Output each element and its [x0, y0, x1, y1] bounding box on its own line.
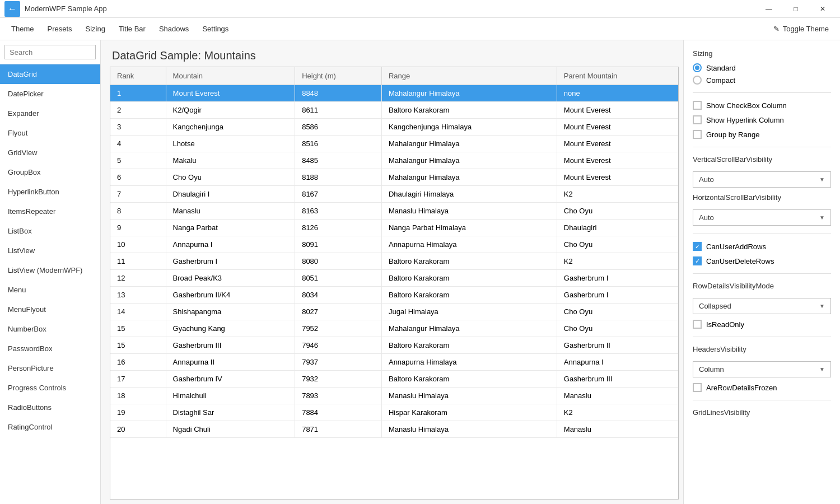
- table-row[interactable]: 12Broad Peak/K38051Baltoro KarakoramGash…: [110, 270, 678, 287]
- datagrid-table: Rank Mountain Height (m) Range Parent Mo…: [110, 67, 678, 438]
- vertical-scroll-dropdown[interactable]: Auto ▼: [693, 171, 831, 188]
- checkbox-group-by-range[interactable]: Group by Range: [693, 130, 831, 139]
- checkbox-can-user-add-rows[interactable]: CanUserAddRows: [693, 242, 831, 251]
- sidebar-item-itemsrepeater[interactable]: ItemsRepeater: [0, 202, 100, 221]
- table-row[interactable]: 10Annapurna I8091Annapurna HimalayaCho O…: [110, 236, 678, 253]
- table-row[interactable]: 9Nanga Parbat8126Nanga Parbat HimalayaDh…: [110, 220, 678, 236]
- headers-visibility-value: Column: [699, 365, 724, 374]
- sidebar-item-listview-modernwpf[interactable]: ListView (ModernWPF): [0, 260, 100, 280]
- table-row[interactable]: 4Lhotse8516Mahalangur HimalayaMount Ever…: [110, 136, 678, 152]
- cell-parent: none: [557, 85, 678, 102]
- minimize-button[interactable]: —: [756, 0, 782, 18]
- cell-rank: 13: [110, 287, 166, 304]
- table-row[interactable]: 15Gyachung Kang7952Mahalangur HimalayaCh…: [110, 320, 678, 337]
- sidebar-item-menuflyout[interactable]: MenuFlyout: [0, 300, 100, 319]
- divider-4: [693, 273, 831, 274]
- cell-mountain: Ngadi Chuli: [166, 421, 295, 438]
- cell-mountain: Mount Everest: [166, 85, 295, 102]
- checkbox-show-hyperlink-col[interactable]: Show Hyperlink Column: [693, 115, 831, 124]
- sizing-radio-group: Standard Compact: [693, 63, 831, 85]
- cell-height: 7884: [295, 404, 382, 421]
- sidebar-item-listbox[interactable]: ListBox: [0, 221, 100, 241]
- table-row[interactable]: 8Manaslu8163Manaslu HimalayaCho Oyu: [110, 203, 678, 220]
- table-row[interactable]: 7Dhaulagiri I8167Dhaulagiri HimalayaK2: [110, 186, 678, 203]
- cell-parent: Gasherbrum II: [557, 337, 678, 354]
- checkbox-can-user-delete-rows[interactable]: CanUserDeleteRows: [693, 256, 831, 265]
- checkbox-show-checkbox-col[interactable]: Show CheckBox Column: [693, 101, 831, 110]
- sidebar-item-gridview[interactable]: GridView: [0, 143, 100, 162]
- table-row[interactable]: 3Kangchenjunga8586Kangchenjunga Himalaya…: [110, 119, 678, 136]
- headers-visibility-dropdown[interactable]: Column ▼: [693, 361, 831, 377]
- show-hyperlink-col-label: Show Hyperlink Column: [706, 116, 784, 124]
- sidebar-item-groupbox[interactable]: GroupBox: [0, 162, 100, 182]
- col-height[interactable]: Height (m): [295, 67, 382, 85]
- col-parent[interactable]: Parent Mountain: [557, 67, 678, 85]
- search-box[interactable]: 🔍: [4, 45, 96, 59]
- menu-theme[interactable]: Theme: [4, 21, 40, 36]
- col-range[interactable]: Range: [381, 67, 557, 85]
- row-details-dropdown[interactable]: Collapsed ▼: [693, 298, 831, 314]
- sidebar-item-expander[interactable]: Expander: [0, 104, 100, 123]
- sidebar-item-progress-controls[interactable]: Progress Controls: [0, 378, 100, 398]
- cell-parent: Annapurna I: [557, 354, 678, 371]
- cell-parent: K2: [557, 186, 678, 203]
- table-row[interactable]: 17Gasherbrum IV7932Baltoro KarakoramGash…: [110, 371, 678, 388]
- cell-parent: Dhaulagiri: [557, 220, 678, 236]
- sidebar-item-menu[interactable]: Menu: [0, 280, 100, 300]
- sidebar-item-datepicker[interactable]: DatePicker: [0, 84, 100, 104]
- sidebar-item-numberbox[interactable]: NumberBox: [0, 319, 100, 339]
- menu-presets[interactable]: Presets: [40, 21, 78, 36]
- close-button[interactable]: ✕: [810, 0, 836, 18]
- toggle-theme-button[interactable]: ✎ Toggle Theme: [767, 21, 836, 36]
- cell-height: 8080: [295, 253, 382, 270]
- sidebar-item-listview[interactable]: ListView: [0, 241, 100, 260]
- sidebar-item-passwordbox[interactable]: PasswordBox: [0, 339, 100, 358]
- table-row[interactable]: 20Ngadi Chuli7871Manaslu HimalayaManaslu: [110, 421, 678, 438]
- horizontal-scroll-dropdown[interactable]: Auto ▼: [693, 209, 831, 226]
- table-row[interactable]: 6Cho Oyu8188Mahalangur HimalayaMount Eve…: [110, 169, 678, 186]
- radio-standard[interactable]: Standard: [693, 63, 831, 72]
- sidebar-item-flyout[interactable]: Flyout: [0, 123, 100, 143]
- table-row[interactable]: 2K2/Qogir8611Baltoro KarakoramMount Ever…: [110, 102, 678, 119]
- cell-mountain: Manaslu: [166, 203, 295, 220]
- cell-range: Baltoro Karakoram: [381, 270, 557, 287]
- checkbox-are-row-details-frozen[interactable]: AreRowDetailsFrozen: [693, 383, 831, 392]
- table-row[interactable]: 5Makalu8485Mahalangur HimalayaMount Ever…: [110, 152, 678, 169]
- checkbox-is-read-only[interactable]: IsReadOnly: [693, 320, 831, 329]
- cell-mountain: Himalchuli: [166, 388, 295, 404]
- sidebar-item-radiobuttons[interactable]: RadioButtons: [0, 398, 100, 417]
- toggle-theme-label: Toggle Theme: [783, 25, 829, 33]
- table-row[interactable]: 18Himalchuli7893Manaslu HimalayaManaslu: [110, 388, 678, 404]
- sidebar-item-hyperlinkbutton[interactable]: HyperlinkButton: [0, 182, 100, 202]
- datagrid-scroll-area[interactable]: Rank Mountain Height (m) Range Parent Mo…: [110, 67, 678, 499]
- sidebar-item-ratingcontrol[interactable]: RatingControl: [0, 417, 100, 437]
- sidebar-item-datagrid[interactable]: DataGrid: [0, 64, 100, 84]
- table-row[interactable]: 14Shishapangma8027Jugal HimalayaCho Oyu: [110, 304, 678, 320]
- table-row[interactable]: 19Distaghil Sar7884Hispar KarakoramK2: [110, 404, 678, 421]
- col-rank[interactable]: Rank: [110, 67, 166, 85]
- datagrid-wrapper: Rank Mountain Height (m) Range Parent Mo…: [110, 67, 679, 500]
- menu-sizing[interactable]: Sizing: [79, 21, 112, 36]
- sidebar-item-personpicture[interactable]: PersonPicture: [0, 358, 100, 378]
- col-mountain[interactable]: Mountain: [166, 67, 295, 85]
- table-row[interactable]: 13Gasherbrum II/K48034Baltoro KarakoramG…: [110, 287, 678, 304]
- cell-height: 7937: [295, 354, 382, 371]
- cell-mountain: Gasherbrum I: [166, 253, 295, 270]
- table-row[interactable]: 15Gasherbrum III7946Baltoro KarakoramGas…: [110, 337, 678, 354]
- vertical-scroll-value: Auto: [699, 175, 714, 184]
- cell-rank: 9: [110, 220, 166, 236]
- cell-parent: Mount Everest: [557, 119, 678, 136]
- table-row[interactable]: 16Annapurna II7937Annapurna HimalayaAnna…: [110, 354, 678, 371]
- table-row[interactable]: 1Mount Everest8848Mahalangur Himalayanon…: [110, 85, 678, 102]
- menu-settings[interactable]: Settings: [195, 21, 235, 36]
- menu-shadows[interactable]: Shadows: [152, 21, 195, 36]
- cell-mountain: K2/Qogir: [166, 102, 295, 119]
- maximize-button[interactable]: □: [783, 0, 809, 18]
- back-button[interactable]: ←: [4, 1, 20, 17]
- radio-compact[interactable]: Compact: [693, 76, 831, 85]
- menu-titlebar[interactable]: Title Bar: [112, 21, 152, 36]
- search-input[interactable]: [10, 48, 101, 57]
- table-row[interactable]: 11Gasherbrum I8080Baltoro KarakoramK2: [110, 253, 678, 270]
- cell-parent: Cho Oyu: [557, 236, 678, 253]
- cell-parent: Manaslu: [557, 421, 678, 438]
